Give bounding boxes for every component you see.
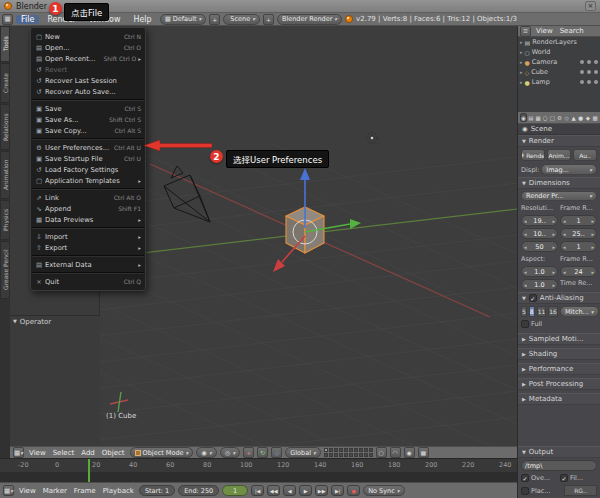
layer-toggle[interactable] — [329, 453, 333, 457]
play-button[interactable]: ▶ — [299, 485, 312, 496]
tab-create[interactable]: Create — [0, 63, 10, 103]
editor-type-button[interactable]: ▦▾ — [13, 447, 24, 458]
menu-view[interactable]: View — [17, 487, 38, 495]
layer-toggle[interactable] — [364, 448, 368, 452]
jump-end-button[interactable]: ▶| — [331, 485, 344, 496]
screen-layout-select[interactable]: ▦Default▾ — [160, 14, 207, 25]
editor-type-button[interactable]: ≡ — [520, 26, 531, 37]
tab-animation[interactable]: Animation — [0, 151, 10, 199]
menu-item-quit[interactable]: ×QuitCtrl Q — [31, 276, 145, 287]
menu-select[interactable]: Select — [51, 449, 77, 457]
panel-render-header[interactable]: ▼Render — [518, 135, 600, 147]
menu-item-link[interactable]: ⇗LinkCtrl Alt O — [31, 192, 145, 203]
outliner-row[interactable]: ▸●Camera — [518, 57, 600, 67]
panel-output-header[interactable]: ▼Output — [518, 446, 600, 458]
color-mode-rgb-button[interactable]: RG.. — [564, 485, 597, 496]
operator-panel[interactable]: ▼ Operator — [10, 315, 100, 446]
menu-help[interactable]: Help — [128, 15, 156, 24]
visibility-toggle-icon[interactable] — [580, 60, 584, 64]
layer-toggle[interactable] — [359, 448, 363, 452]
tab-scene-icon[interactable]: ▦ — [535, 113, 541, 122]
outliner-row[interactable]: ▸○World — [518, 47, 600, 57]
menu-item-user-preferences[interactable]: ⚙User Preferences...Ctrl Alt U — [31, 142, 145, 153]
resolution-y-field[interactable]: ◂10..▸ — [521, 228, 558, 239]
add-layout-button[interactable]: + — [209, 14, 220, 25]
renderability-toggle-icon[interactable] — [594, 60, 598, 64]
menu-item-export[interactable]: ⇧Export▸ — [31, 242, 145, 253]
tab-object-icon[interactable]: □ — [549, 113, 555, 122]
menu-item-recover-last-session[interactable]: ↺Recover Last Session — [31, 75, 145, 86]
render-audio-button[interactable]: Au.. — [573, 149, 597, 161]
aspect-y-field[interactable]: ◂1.0▸ — [521, 279, 558, 290]
menu-add[interactable]: Add — [79, 449, 97, 457]
menu-item-save-as[interactable]: ▣Save As...Shift Ctrl S — [31, 114, 145, 125]
menu-item-external-data[interactable]: ▤External Data▸ — [31, 259, 145, 270]
frame-start-field[interactable]: Start: 1 — [139, 485, 175, 496]
timeline-ruler[interactable]: -20 0 20 40 60 80 100 120 140 160 180 20… — [0, 458, 517, 482]
tab-constraints-icon[interactable]: ⚙ — [556, 113, 562, 122]
close-button[interactable]: × — [585, 1, 596, 11]
menu-marker[interactable]: Marker — [41, 487, 69, 495]
frame-start-field[interactable]: ◂1▸ — [560, 215, 597, 226]
scene-select[interactable]: Scene▾ — [223, 14, 260, 25]
frame-end-field[interactable]: ◂25..▸ — [560, 228, 597, 239]
menu-item-revert[interactable]: ↺Revert — [31, 64, 145, 75]
layer-toggle[interactable] — [324, 453, 328, 457]
selectability-toggle-icon[interactable] — [587, 80, 591, 84]
tab-relations[interactable]: Relations — [0, 104, 10, 150]
add-scene-button[interactable]: + — [263, 14, 274, 25]
aa-samples-8-button[interactable]: 8 — [529, 306, 535, 317]
layer-toggle[interactable] — [354, 448, 358, 452]
resolution-x-field[interactable]: ◂19..▸ — [521, 215, 558, 226]
panel-performance-header[interactable]: ▶Performance — [518, 363, 600, 375]
menu-item-load-factory-settings[interactable]: ↺Load Factory Settings — [31, 164, 145, 175]
menu-item-new[interactable]: ▢NewCtrl N — [31, 31, 145, 42]
panel-dimensions-header[interactable]: ▼Dimensions — [518, 177, 600, 189]
full-sample-checkbox[interactable] — [521, 320, 529, 328]
layer-toggle[interactable] — [334, 448, 338, 452]
current-frame-field[interactable]: 1 — [222, 485, 248, 496]
editor-type-button[interactable]: ▦ — [2, 14, 13, 25]
render-engine-select[interactable]: Blender Render▾ — [277, 14, 342, 25]
render-button[interactable]: ◉Render — [521, 149, 545, 161]
menu-item-save-copy[interactable]: ▣Save Copy...Ctrl Alt S — [31, 125, 145, 136]
aa-samples-11-button[interactable]: 11 — [537, 306, 547, 317]
output-path-field[interactable]: /tmp\ — [521, 460, 597, 471]
selectability-toggle-icon[interactable] — [587, 70, 591, 74]
menu-item-save-startup-file[interactable]: ▣Save Startup FileCtrl U — [31, 153, 145, 164]
layer-toggle[interactable] — [329, 448, 333, 452]
anti-aliasing-checkbox[interactable]: ✓ — [529, 294, 537, 302]
menu-item-application-templates[interactable]: ▢Application Templates▸ — [31, 175, 145, 186]
pivot-select[interactable]: ◎▾ — [220, 447, 240, 458]
viewport-canvas[interactable] — [100, 26, 517, 446]
menu-item-data-previews[interactable]: ▦Data Previews▸ — [31, 214, 145, 225]
menu-item-recover-auto-save[interactable]: ↺Recover Auto Save... — [31, 86, 145, 97]
panel-post-processing-header[interactable]: ▶Post Processing — [518, 378, 600, 390]
prev-keyframe-button[interactable]: ◀◀ — [267, 485, 280, 496]
tab-physics[interactable]: Physics — [0, 200, 10, 240]
menu-item-import[interactable]: ⇩Import▸ — [31, 231, 145, 242]
tab-material-icon[interactable]: ● — [578, 113, 584, 122]
menu-view[interactable]: View — [534, 27, 555, 35]
menu-frame[interactable]: Frame — [72, 487, 98, 495]
tab-data-icon[interactable]: ▲ — [571, 113, 577, 122]
snap-magnet-button[interactable]: ◠ — [390, 447, 401, 458]
menu-file[interactable]: File — [16, 15, 39, 24]
expand-icon[interactable]: ▸ — [520, 69, 523, 75]
menu-item-append[interactable]: ⇘AppendShift F1 — [31, 203, 145, 214]
placeholders-checkbox[interactable] — [521, 487, 529, 495]
tab-render-layers-icon[interactable]: ▤ — [528, 113, 534, 122]
panel-anti-aliasing-header[interactable]: ▼✓Anti-Aliasing — [518, 292, 600, 304]
menu-search[interactable]: Search — [558, 27, 586, 35]
layer-toggle[interactable] — [369, 448, 373, 452]
menu-playback[interactable]: Playback — [101, 487, 136, 495]
expand-icon[interactable]: ▸ — [520, 79, 523, 85]
layer-toggle[interactable] — [339, 448, 343, 452]
frame-end-field[interactable]: End: 250 — [178, 485, 219, 496]
layer-toggle[interactable] — [324, 448, 328, 452]
lamp-object[interactable] — [367, 133, 378, 144]
layer-toggle[interactable] — [349, 453, 353, 457]
aa-filter-select[interactable]: Mitch...▾ — [560, 306, 599, 317]
aa-samples-16-button[interactable]: 16 — [548, 306, 558, 317]
render-presets-select[interactable]: Render Pr...▾ — [521, 191, 597, 201]
